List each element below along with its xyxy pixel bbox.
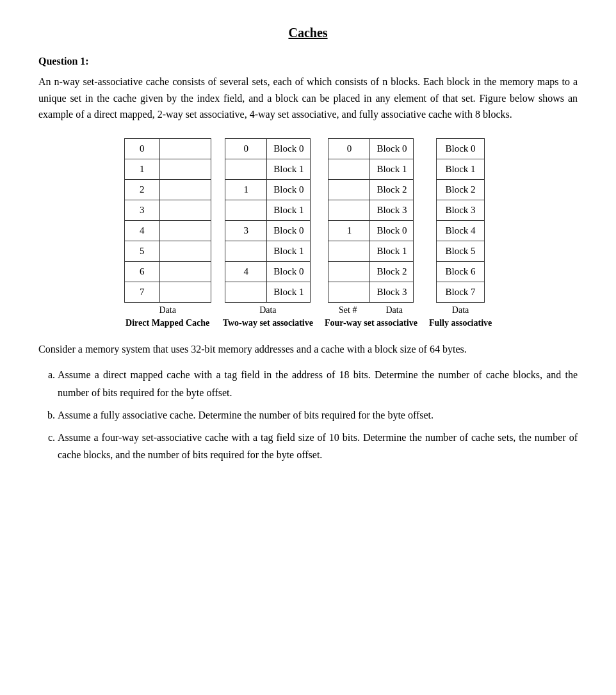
block-cell: Block 0 [267, 138, 311, 159]
cache-diagrams: 0 1 2 3 4 [38, 138, 578, 328]
table-row: 1 [124, 159, 211, 179]
fully-data-label: Data [452, 305, 469, 316]
table-row: 3 [124, 200, 211, 220]
block-cell: Block 1 [267, 159, 311, 179]
data-cell [159, 138, 211, 159]
block-cell: Block 5 [437, 241, 485, 261]
four-way-set-label: Set # [325, 305, 371, 316]
index-cell: 1 [124, 159, 159, 179]
block-cell: Block 1 [370, 241, 414, 261]
set-cell: 0 [328, 138, 370, 159]
block-cell: Block 3 [370, 282, 414, 302]
table-row: Block 1 [328, 241, 414, 261]
table-row: Block 4 [437, 220, 485, 241]
index-cell: 3 [124, 200, 159, 220]
index-cell: 5 [124, 241, 159, 261]
block-cell: Block 2 [437, 179, 485, 200]
block-cell: Block 1 [267, 241, 311, 261]
table-row: Block 2 [437, 179, 485, 200]
data-cell [159, 241, 211, 261]
block-cell: Block 0 [267, 179, 311, 200]
table-row: 0 Block 0 [225, 138, 311, 159]
table-row: 5 [124, 241, 211, 261]
table-row: Block 7 [437, 282, 485, 302]
set-cell: 4 [225, 261, 267, 282]
page-title: Caches [38, 26, 578, 40]
index-cell: 6 [124, 261, 159, 282]
table-row: Block 2 [328, 179, 414, 200]
table-row: Block 1 [225, 282, 311, 302]
two-way-table: 0 Block 0 Block 1 1 Block 0 Block 1 [225, 138, 311, 303]
intro-paragraph: An n-way set-associative cache consists … [38, 74, 578, 123]
set-cell [225, 241, 267, 261]
block-cell: Block 6 [437, 261, 485, 282]
two-way-caption: Two-way set associative [223, 318, 313, 328]
index-cell: 0 [124, 138, 159, 159]
block-cell: Block 1 [370, 159, 414, 179]
table-row: Block 1 [225, 200, 311, 220]
question-c: Assume a four-way set-associative cache … [58, 429, 578, 463]
table-row: 2 [124, 179, 211, 200]
set-cell: 1 [225, 179, 267, 200]
four-way-table: 0 Block 0 Block 1 Block 2 Block 3 [328, 138, 414, 303]
table-row: 1 Block 0 [225, 179, 311, 200]
four-way-caption: Four-way set associative [325, 318, 417, 328]
index-cell: 7 [124, 282, 159, 302]
table-row: 0 Block 0 [328, 138, 414, 159]
set-cell [328, 159, 370, 179]
set-cell [328, 241, 370, 261]
data-cell [159, 282, 211, 302]
fully-caption: Fully associative [429, 318, 492, 328]
two-way-data-label: Data [259, 305, 276, 316]
table-row: Block 1 [225, 241, 311, 261]
block-cell: Block 1 [267, 200, 311, 220]
question-label: Question 1: [38, 56, 578, 67]
question-b: Assume a fully associative cache. Determ… [58, 406, 578, 424]
data-cell [159, 179, 211, 200]
set-cell: 3 [225, 220, 267, 241]
block-cell: Block 0 [267, 261, 311, 282]
block-cell: Block 0 [370, 220, 414, 241]
table-row: Block 3 [328, 200, 414, 220]
table-row: Block 3 [437, 200, 485, 220]
index-cell: 4 [124, 220, 159, 241]
set-cell [225, 159, 267, 179]
index-cell: 2 [124, 179, 159, 200]
question-a: Assume a direct mapped cache with a tag … [58, 366, 578, 401]
table-row: Block 6 [437, 261, 485, 282]
block-cell: Block 2 [370, 261, 414, 282]
block-cell: Block 0 [370, 138, 414, 159]
table-row: 7 [124, 282, 211, 302]
set-cell [328, 200, 370, 220]
set-cell [225, 282, 267, 302]
table-row: Block 1 [437, 159, 485, 179]
block-cell: Block 3 [437, 200, 485, 220]
table-row: Block 2 [328, 261, 414, 282]
block-cell: Block 1 [267, 282, 311, 302]
block-cell: Block 4 [437, 220, 485, 241]
table-row: 3 Block 0 [225, 220, 311, 241]
table-row: Block 5 [437, 241, 485, 261]
data-cell [159, 261, 211, 282]
questions-list: Assume a direct mapped cache with a tag … [38, 366, 578, 463]
set-cell: 1 [328, 220, 370, 241]
set-cell: 0 [225, 138, 267, 159]
fully-associative-block: Block 0 Block 1 Block 2 Block 3 Block 4 [429, 138, 492, 328]
consider-paragraph: Consider a memory system that uses 32-bi… [38, 341, 578, 358]
four-way-data-label: Data [371, 305, 417, 316]
table-row: Block 1 [328, 159, 414, 179]
block-cell: Block 7 [437, 282, 485, 302]
direct-mapped-block: 0 1 2 3 4 [124, 138, 211, 328]
data-cell [159, 159, 211, 179]
fully-associative-table: Block 0 Block 1 Block 2 Block 3 Block 4 [436, 138, 485, 303]
set-cell [328, 282, 370, 302]
set-cell [328, 261, 370, 282]
set-cell [328, 179, 370, 200]
table-row: Block 0 [437, 138, 485, 159]
data-cell [159, 200, 211, 220]
direct-mapped-caption: Direct Mapped Cache [126, 318, 209, 328]
two-way-block: 0 Block 0 Block 1 1 Block 0 Block 1 [223, 138, 313, 328]
block-cell: Block 0 [437, 138, 485, 159]
block-cell: Block 1 [437, 159, 485, 179]
block-cell: Block 2 [370, 179, 414, 200]
